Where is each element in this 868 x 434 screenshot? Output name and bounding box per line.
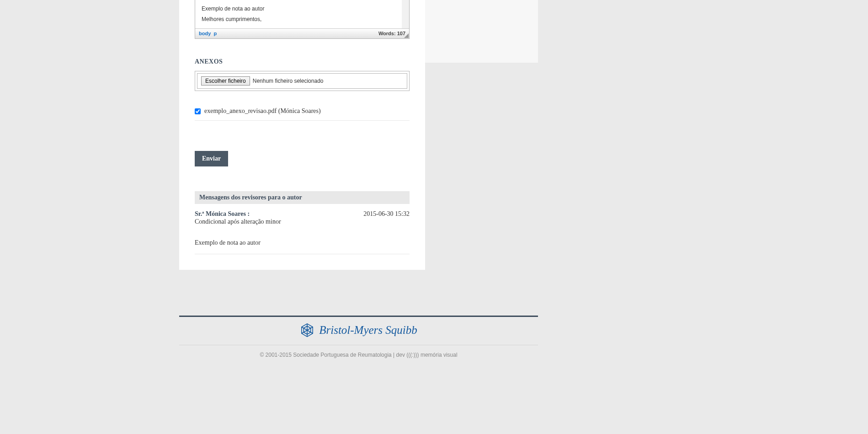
file-upload-status: Nenhum ficheiro selecionado [253, 78, 324, 84]
sponsor-name: Bristol-Myers Squibb [319, 324, 417, 337]
message-date: 2015-06-30 15:32 [363, 210, 410, 218]
sidebar [425, 0, 538, 63]
attachment-checkbox[interactable] [195, 108, 201, 114]
submit-button[interactable]: Enviar [195, 151, 228, 166]
rich-text-editor: Exemplo de nota ao autor Melhores cumpri… [195, 0, 410, 39]
message-author: Sr.ª Mónica Soares : [195, 210, 281, 218]
message-subtitle: Condicional após alteração minor [195, 218, 281, 225]
footer: Bristol-Myers Squibb © 2001-2015 Socieda… [179, 316, 538, 364]
messages-heading: Mensagens dos revisores para o autor [195, 191, 410, 204]
file-upload-box: Escolher ficheiro Nenhum ficheiro seleci… [195, 71, 410, 91]
sponsor-bar: Bristol-Myers Squibb [179, 317, 538, 345]
resize-handle-icon[interactable] [404, 33, 409, 38]
editor-path-body[interactable]: body [199, 31, 211, 36]
attachment-row: exemplo_anexo_revisao.pdf (Mónica Soares… [195, 107, 410, 121]
editor-path-p[interactable]: p [213, 31, 217, 36]
main-content: Exemplo de nota ao autor Melhores cumpri… [179, 0, 425, 270]
attachments-heading: ANEXOS [195, 58, 410, 65]
editor-word-count: Words: 107 [378, 31, 405, 36]
message-header: Sr.ª Mónica Soares : Condicional após al… [195, 210, 410, 225]
editor-element-path: body p [199, 31, 217, 36]
editor-scrollbar[interactable] [402, 0, 409, 28]
file-upload-inner: Escolher ficheiro Nenhum ficheiro seleci… [197, 73, 407, 89]
attachment-filename: exemplo_anexo_revisao.pdf (Mónica Soares… [204, 107, 321, 115]
sponsor-logo: Bristol-Myers Squibb [300, 323, 417, 338]
message-item: Sr.ª Mónica Soares : Condicional após al… [195, 204, 410, 254]
editor-body[interactable]: Exemplo de nota ao autor Melhores cumpri… [195, 0, 409, 28]
message-body: Exemplo de nota ao autor [195, 239, 410, 246]
editor-statusbar: body p Words: 107 [195, 28, 409, 38]
footer-copyright: © 2001-2015 Sociedade Portuguesa de Reum… [179, 345, 538, 364]
choose-file-button[interactable]: Escolher ficheiro [201, 76, 250, 86]
sponsor-icon [300, 323, 314, 338]
editor-text-line: Exemplo de nota ao autor [202, 4, 403, 14]
editor-text-line: Melhores cumprimentos, [202, 14, 403, 25]
